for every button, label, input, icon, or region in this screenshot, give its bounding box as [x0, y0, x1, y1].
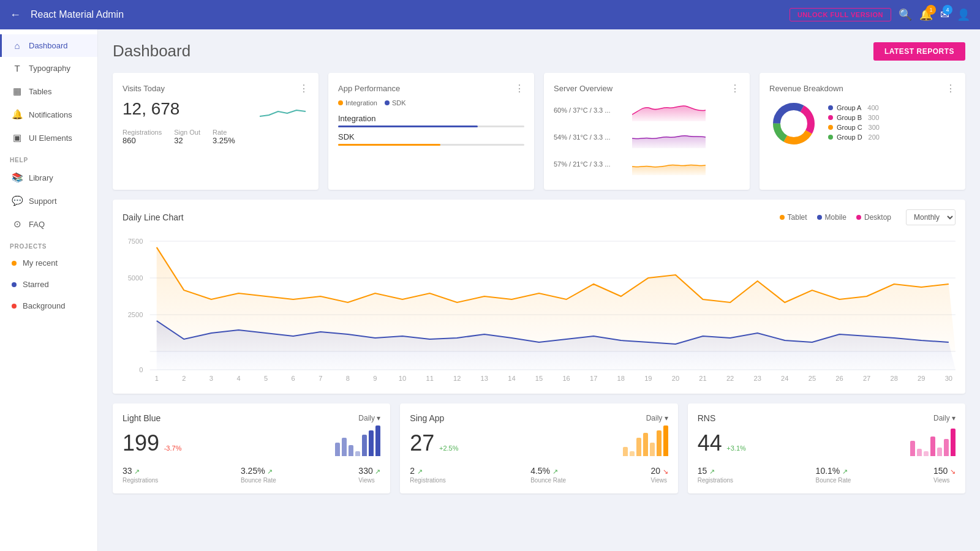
sdk-fill: [338, 144, 440, 146]
sing-app-views: 20 ↘ Views: [650, 466, 668, 484]
light-blue-value: 199: [123, 430, 159, 455]
light-blue-value-row: 199 -3.7%: [123, 425, 380, 456]
daily-line-chart-card: Daily Line Chart Tablet Mobile: [113, 200, 965, 394]
light-blue-views: 330 ↗ Views: [358, 466, 380, 484]
sidebar: ⌂ Dashboard T Typography ▦ Tables 🔔 Noti…: [0, 29, 98, 551]
svg-text:2: 2: [182, 375, 186, 382]
group-c-dot: [828, 125, 833, 130]
sidebar-label-starred: Starred: [23, 280, 49, 289]
server-row-1: 60% / 37°C / 3.3 ...: [554, 99, 740, 121]
svg-text:24: 24: [781, 375, 789, 382]
visits-sparkline: [260, 104, 309, 122]
svg-text:3: 3: [209, 375, 213, 382]
sidebar-label-dashboard: Dashboard: [29, 41, 68, 50]
bottom-stats-row: Light Blue Daily ▾ 199 -3.7%: [113, 403, 965, 493]
sdk-bar-container: SDK: [338, 132, 524, 146]
arrow-up-icon: ↗: [134, 468, 140, 475]
period-select[interactable]: Monthly Weekly Daily: [906, 209, 956, 225]
signout-label: Sign Out: [174, 129, 200, 136]
typography-icon: T: [12, 63, 23, 73]
svg-text:9: 9: [373, 375, 377, 382]
svg-text:14: 14: [508, 375, 516, 382]
svg-text:30: 30: [945, 375, 953, 382]
sing-app-period[interactable]: Daily ▾: [646, 414, 668, 422]
svg-text:19: 19: [644, 375, 652, 382]
sidebar-item-tables[interactable]: ▦ Tables: [0, 80, 97, 103]
visits-today-value: 12, 678: [123, 99, 179, 119]
svg-text:5000: 5000: [128, 275, 143, 282]
latest-reports-button[interactable]: LATEST REPORTS: [873, 42, 965, 61]
svg-text:21: 21: [699, 375, 707, 382]
legend-group-a: Group A 400: [828, 104, 880, 111]
server-row-3: 57% / 21°C / 3.3 ...: [554, 153, 740, 175]
integration-progress-bar: [338, 126, 524, 127]
rns-period[interactable]: Daily ▾: [933, 414, 956, 422]
chart-header: Daily Line Chart Tablet Mobile: [123, 209, 956, 225]
group-d-value: 200: [869, 133, 880, 141]
rns-registrations: 15 ↗ Registrations: [698, 466, 733, 484]
legend-sdk: SDK: [385, 99, 406, 107]
search-button[interactable]: 🔍: [899, 8, 912, 21]
svg-text:6: 6: [292, 375, 295, 382]
sing-app-value: 27: [410, 430, 434, 455]
sidebar-item-my-recent[interactable]: My recent: [0, 252, 97, 274]
rns-arrow-up-1: ↗: [709, 468, 715, 475]
sidebar-item-background[interactable]: Background: [0, 295, 97, 317]
sidebar-label-notifications: Notifications: [29, 110, 72, 119]
back-button[interactable]: ←: [10, 9, 21, 21]
light-blue-period[interactable]: Daily ▾: [358, 414, 380, 422]
bar-5: [362, 435, 367, 456]
revenue-menu[interactable]: ⋮: [946, 83, 956, 94]
mail-button[interactable]: ✉ 4: [940, 8, 949, 21]
notification-badge: 1: [926, 5, 936, 15]
sa-bar-3: [636, 438, 641, 456]
support-icon: 💬: [12, 195, 23, 206]
app-perf-menu[interactable]: ⋮: [514, 83, 524, 94]
sing-app-value-group: 27 +2.5%: [410, 430, 458, 456]
sidebar-item-notifications[interactable]: 🔔 Notifications: [0, 103, 97, 126]
visits-today-title: Visits Today: [123, 84, 165, 93]
server-title: Server Overview: [554, 84, 612, 93]
svg-text:16: 16: [562, 375, 570, 382]
svg-text:15: 15: [535, 375, 543, 382]
sidebar-item-support[interactable]: 💬 Support: [0, 189, 97, 212]
rns-header: RNS Daily ▾: [698, 413, 956, 423]
rns-bar-2: [917, 449, 922, 456]
main-content: Dashboard LATEST REPORTS Visits Today ⋮ …: [98, 29, 980, 551]
legend-tablet: Tablet: [780, 213, 807, 222]
sidebar-item-ui-elements[interactable]: ▣ UI Elements: [0, 126, 97, 149]
sidebar-item-dashboard[interactable]: ⌂ Dashboard: [0, 34, 97, 57]
starred-dot: [12, 282, 17, 287]
sidebar-item-starred[interactable]: Starred: [0, 274, 97, 295]
svg-text:22: 22: [726, 375, 734, 382]
rate-value: 3.25%: [213, 136, 235, 145]
bar-1: [335, 443, 340, 456]
svg-text:11: 11: [426, 375, 434, 382]
tablet-dot: [780, 215, 785, 220]
svg-text:1: 1: [155, 375, 159, 382]
svg-text:17: 17: [590, 375, 598, 382]
light-blue-change: -3.7%: [164, 444, 182, 452]
sidebar-item-typography[interactable]: T Typography: [0, 57, 97, 80]
legend-mobile: Mobile: [817, 213, 846, 222]
visits-today-menu[interactable]: ⋮: [299, 83, 309, 94]
svg-text:13: 13: [481, 375, 489, 382]
mail-badge: 4: [943, 5, 952, 15]
svg-text:12: 12: [453, 375, 461, 382]
sing-app-footer: 2 ↗ Registrations 4.5% ↗ Bounce Rate 20 …: [410, 466, 668, 484]
rns-change: +3.1%: [726, 444, 746, 452]
rns-bar-5: [937, 448, 942, 456]
sidebar-item-faq[interactable]: ⊙ FAQ: [0, 212, 97, 236]
sidebar-label-faq: FAQ: [29, 220, 45, 229]
rns-arrow-up-2: ↗: [842, 468, 848, 475]
sidebar-item-library[interactable]: 📚 Library: [0, 166, 97, 189]
notifications-button[interactable]: 🔔 1: [919, 8, 933, 21]
svg-text:20: 20: [672, 375, 680, 382]
light-blue-footer: 33 ↗ Registrations 3.25% ↗ Bounce Rate 3…: [123, 466, 380, 484]
sa-bar-1: [623, 447, 628, 456]
server-menu[interactable]: ⋮: [730, 83, 740, 94]
bar-4: [355, 451, 360, 456]
sa-arrow-down: ↘: [663, 468, 668, 475]
unlock-button[interactable]: UNLOCK FULL VERSION: [790, 8, 891, 21]
user-button[interactable]: 👤: [957, 8, 970, 21]
